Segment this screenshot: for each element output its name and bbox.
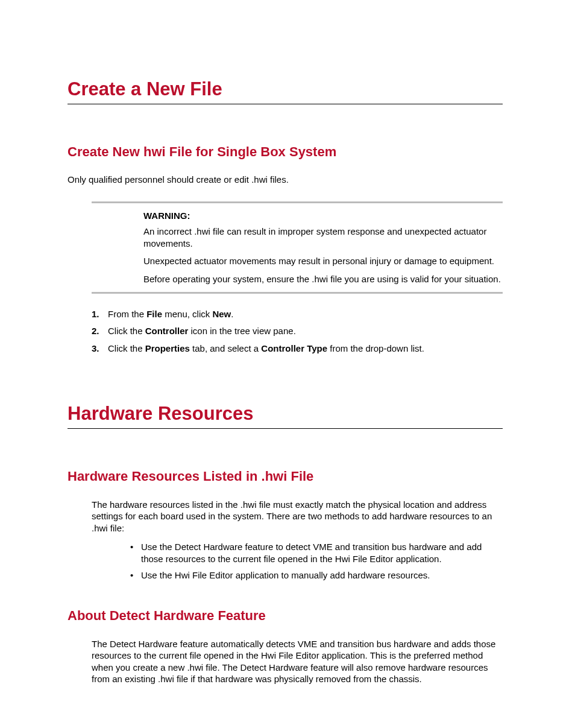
step-text: Click the (108, 326, 145, 336)
warning-text: Before operating your system, ensure the… (143, 273, 503, 285)
heading-resources-listed: Hardware Resources Listed in .hwi File (68, 469, 503, 484)
step-text: menu, click (162, 309, 212, 319)
step-bold: File (146, 309, 162, 319)
paragraph-intro: Only qualified personnel should create o… (68, 174, 503, 185)
bullet-item: Use the Detect Hardware feature to detec… (128, 541, 503, 565)
step-bold: New (212, 309, 231, 319)
paragraph-detect: The Detect Hardware feature automaticall… (92, 638, 503, 685)
step-item: Click the Controller icon in the tree vi… (92, 325, 503, 337)
heading-about-detect: About Detect Hardware Feature (68, 608, 503, 624)
bullet-item: Use the Hwi File Editor application to m… (128, 569, 503, 581)
warning-callout: WARNING: An incorrect .hwi file can resu… (92, 201, 503, 294)
step-bold: Properties (145, 343, 190, 353)
step-text: Click the (108, 343, 145, 353)
step-bold: Controller Type (261, 343, 327, 353)
step-text: . (231, 309, 233, 319)
procedure-steps: From the File menu, click New. Click the… (92, 308, 503, 355)
heading-hardware-resources: Hardware Resources (68, 403, 503, 429)
bullet-list: Use the Detect Hardware feature to detec… (128, 541, 503, 581)
heading-create-new-file: Create a New File (68, 78, 503, 104)
step-text: icon in the tree view pane. (188, 326, 295, 336)
warning-label: WARNING: (143, 210, 503, 221)
step-item: Click the Properties tab, and select a C… (92, 343, 503, 355)
warning-text: Unexpected actuator movements may result… (143, 255, 503, 267)
step-bold: Controller (145, 326, 189, 336)
heading-create-hwi-single-box: Create New hwi File for Single Box Syste… (68, 144, 503, 160)
warning-text: An incorrect .hwi file can result in imp… (143, 226, 503, 249)
step-text: From the (108, 309, 146, 319)
step-item: From the File menu, click New. (92, 308, 503, 320)
step-text: tab, and select a (190, 343, 261, 353)
paragraph-listed-intro: The hardware resources listed in the .hw… (92, 499, 503, 534)
step-text: from the drop-down list. (327, 343, 424, 353)
